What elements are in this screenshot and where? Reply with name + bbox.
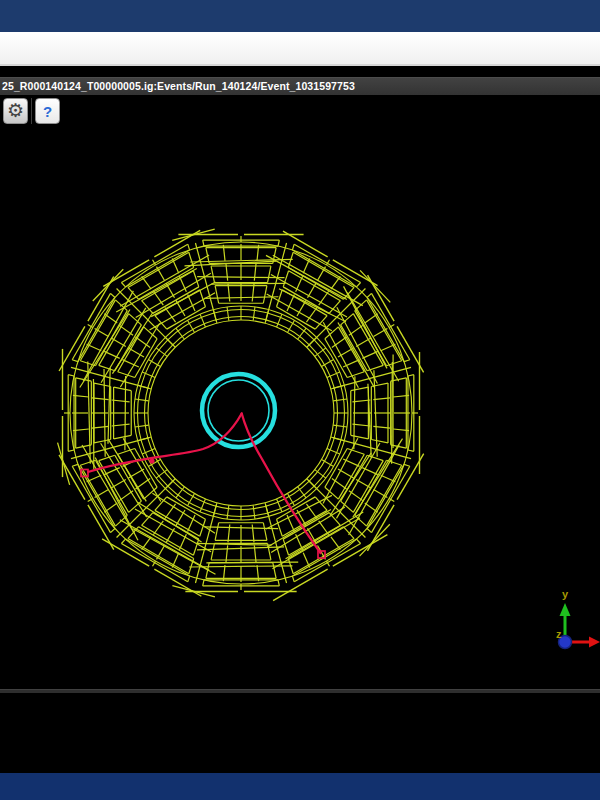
top-window-bar bbox=[0, 0, 600, 34]
event-title-text: 25_R000140124_T00000005.ig:Events/Run_14… bbox=[2, 80, 355, 92]
browser-chrome-bar bbox=[0, 34, 600, 66]
help-button[interactable]: ? bbox=[35, 98, 60, 124]
event-title-bar: 25_R000140124_T00000005.ig:Events/Run_14… bbox=[0, 77, 600, 95]
settings-button[interactable]: ⚙ bbox=[3, 98, 28, 124]
toolbar-separator bbox=[31, 98, 32, 124]
bottom-window-bar bbox=[0, 773, 600, 800]
question-mark-icon: ? bbox=[43, 104, 52, 119]
solenoid-circles bbox=[202, 374, 275, 447]
y-axis-label: y bbox=[562, 588, 569, 600]
gear-icon: ⚙ bbox=[7, 101, 24, 120]
toolbar: ⚙ ? bbox=[0, 95, 600, 134]
axis-gizmo: yz bbox=[556, 588, 600, 649]
event-display-canvas[interactable]: yz bbox=[0, 134, 600, 689]
top-gap bbox=[0, 66, 600, 77]
z-axis-label: z bbox=[556, 628, 562, 640]
bottom-panel bbox=[0, 693, 600, 773]
